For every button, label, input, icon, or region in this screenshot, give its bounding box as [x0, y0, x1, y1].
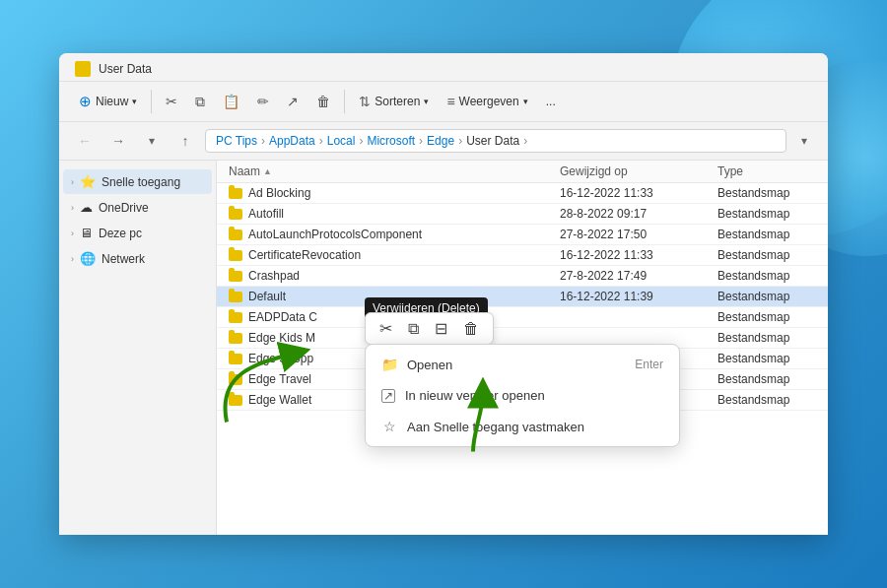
file-type: Bestandsmap — [717, 393, 816, 407]
table-row[interactable]: Crashpad 27-8-2022 17:49 Bestandsmap — [217, 266, 828, 287]
paste-icon: 📋 — [223, 94, 239, 109]
address-path[interactable]: PC Tips › AppData › Local › Microsoft › … — [205, 129, 786, 153]
file-name-text: AutoLaunchProtocolsComponent — [248, 228, 422, 241]
paste-mini-btn[interactable]: ⊟ — [431, 317, 451, 340]
cut-mini-btn[interactable]: ✂ — [375, 317, 396, 340]
table-row[interactable]: Autofill 28-8-2022 09:17 Bestandsmap — [217, 204, 828, 225]
cloud-icon: ☁ — [80, 200, 93, 215]
context-new-window[interactable]: ↗ In nieuw venster openen — [366, 380, 679, 411]
folder-icon — [229, 374, 242, 385]
copy-mini-btn[interactable]: ⧉ — [404, 318, 423, 340]
explorer-window: User Data ⊕ Nieuw ▾ ✂ ⧉ 📋 ✏ ↗ 🗑 ⇅ Sor — [59, 53, 828, 535]
folder-icon — [229, 292, 242, 302]
context-menu: 📁 Openen Enter ↗ In nieuw venster openen… — [365, 344, 680, 447]
chevron-icon: › — [71, 177, 74, 187]
view-button[interactable]: ≡ Weergeven ▾ — [439, 89, 535, 114]
open-icon: 📁 — [381, 357, 397, 372]
star-icon: ⭐ — [80, 174, 96, 189]
cut-icon: ✂ — [166, 94, 177, 109]
table-row[interactable]: AutoLaunchProtocolsComponent 27-8-2022 1… — [217, 225, 828, 245]
table-row[interactable]: EADPData C Bestandsmap — [217, 307, 828, 328]
title-bar: User Data — [59, 53, 828, 82]
sidebar-item-quick-access[interactable]: › ⭐ Snelle toegang — [63, 169, 212, 194]
plus-icon: ⊕ — [79, 93, 92, 110]
chevron-icon: › — [71, 254, 74, 264]
view-icon: ≡ — [446, 94, 454, 109]
sort-icon: ⇅ — [359, 94, 371, 109]
path-part-3[interactable]: Microsoft — [367, 134, 415, 148]
sidebar-item-network[interactable]: › 🌐 Netwerk — [63, 246, 212, 271]
copy-icon: ⧉ — [195, 94, 205, 110]
table-row[interactable]: Ad Blocking 16-12-2022 11:33 Bestandsmap — [217, 183, 828, 204]
file-name-text: Edge Travel — [248, 372, 311, 386]
rename-button[interactable]: ✏ — [249, 89, 277, 114]
file-name-text: Autofill — [248, 207, 284, 221]
pc-icon: 🖥 — [80, 226, 93, 240]
name-column-header[interactable]: Naam ▲ — [229, 164, 560, 178]
file-name-text: Edge Wallet — [248, 393, 311, 407]
file-type: Bestandsmap — [717, 331, 816, 345]
delete-button[interactable]: 🗑 — [308, 89, 338, 114]
sidebar-item-this-pc[interactable]: › 🖥 Deze pc — [63, 221, 212, 245]
paste-button[interactable]: 📋 — [215, 89, 247, 114]
path-part-0[interactable]: PC Tips — [216, 134, 257, 148]
folder-icon — [229, 312, 242, 323]
cut-button[interactable]: ✂ — [158, 89, 185, 114]
folder-icon — [229, 250, 242, 261]
sidebar-item-label: OneDrive — [99, 201, 149, 215]
sidebar-item-onedrive[interactable]: › ☁ OneDrive — [63, 195, 212, 220]
folder-icon — [229, 229, 242, 240]
parent-button[interactable]: ↑ — [171, 127, 199, 155]
forward-button[interactable]: → — [104, 127, 132, 155]
back-button[interactable]: ← — [71, 127, 99, 155]
file-name-cell: Ad Blocking — [229, 186, 560, 200]
path-part-2[interactable]: Local — [327, 134, 356, 148]
file-name-text: Edge Kids M — [248, 331, 315, 345]
type-column-header[interactable]: Type — [717, 164, 816, 178]
file-type: Bestandsmap — [717, 186, 816, 200]
file-name-cell: CertificateRevocation — [229, 248, 560, 262]
file-name-cell: AutoLaunchProtocolsComponent — [229, 228, 560, 241]
file-modified: 28-8-2022 09:17 — [560, 207, 717, 221]
column-headers: Naam ▲ Gewijzigd op Type — [217, 161, 828, 183]
file-type: Bestandsmap — [717, 372, 816, 386]
file-type: Bestandsmap — [717, 269, 816, 283]
path-part-5: User Data — [466, 134, 519, 148]
mini-context-toolbar[interactable]: ✂ ⧉ ⊟ 🗑 — [365, 312, 494, 345]
share-button[interactable]: ↗ — [279, 89, 307, 114]
toolbar: ⊕ Nieuw ▾ ✂ ⧉ 📋 ✏ ↗ 🗑 ⇅ Sorteren ▾ ≡ — [59, 82, 828, 122]
folder-icon — [229, 209, 242, 220]
expand-path-button[interactable]: ▾ — [792, 129, 816, 153]
file-name-text: Edge Shopp — [248, 352, 313, 365]
folder-icon — [229, 395, 242, 406]
file-type: Bestandsmap — [717, 248, 816, 262]
table-row[interactable]: CertificateRevocation 16-12-2022 11:33 B… — [217, 245, 828, 266]
sidebar-item-label: Deze pc — [99, 227, 142, 240]
folder-icon — [229, 333, 242, 344]
sidebar-item-label: Snelle toegang — [102, 175, 180, 189]
window-title: User Data — [99, 62, 152, 76]
file-name-text: EADPData C — [248, 310, 317, 324]
path-part-1[interactable]: AppData — [269, 134, 315, 148]
table-row[interactable]: Default 16-12-2022 11:39 Bestandsmap — [217, 287, 828, 307]
sep2 — [344, 90, 345, 113]
folder-icon — [229, 354, 242, 364]
modified-column-header[interactable]: Gewijzigd op — [560, 164, 717, 178]
context-open[interactable]: 📁 Openen Enter — [366, 349, 679, 380]
more-button[interactable]: ... — [538, 90, 564, 113]
rename-icon: ✏ — [257, 94, 269, 109]
sort-button[interactable]: ⇅ Sorteren ▾ — [351, 89, 437, 114]
sort-chevron: ▾ — [424, 97, 429, 106]
file-name-text: Crashpad — [248, 269, 300, 283]
path-part-4[interactable]: Edge — [427, 134, 454, 148]
file-type: Bestandsmap — [717, 352, 816, 365]
address-bar: ← → ▾ ↑ PC Tips › AppData › Local › Micr… — [59, 122, 828, 161]
context-pin[interactable]: ☆ Aan Snelle toegang vastmaken — [366, 411, 679, 442]
new-window-icon: ↗ — [381, 389, 395, 403]
view-chevron: ▾ — [523, 97, 528, 106]
copy-button[interactable]: ⧉ — [187, 89, 213, 115]
file-name-text: Default — [248, 290, 286, 303]
delete-mini-btn[interactable]: 🗑 — [459, 318, 483, 340]
new-button[interactable]: ⊕ Nieuw ▾ — [71, 88, 145, 115]
up-button[interactable]: ▾ — [138, 127, 166, 155]
